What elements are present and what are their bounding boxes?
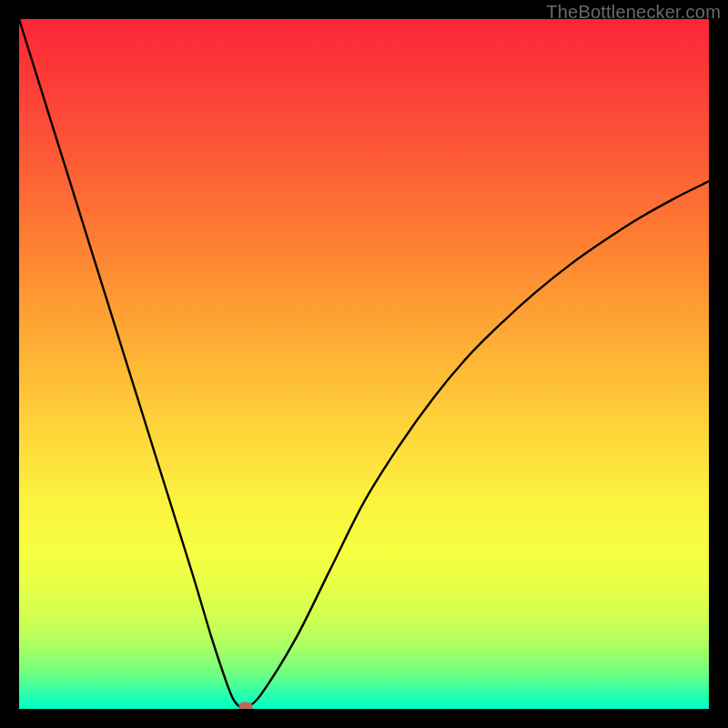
minimum-marker — [238, 702, 252, 709]
chart-frame: TheBottlenecker.com — [0, 0, 728, 728]
plot-area — [19, 19, 709, 709]
bottleneck-curve-path — [19, 19, 709, 708]
curve-svg — [19, 19, 709, 709]
watermark-text: TheBottlenecker.com — [546, 2, 721, 23]
